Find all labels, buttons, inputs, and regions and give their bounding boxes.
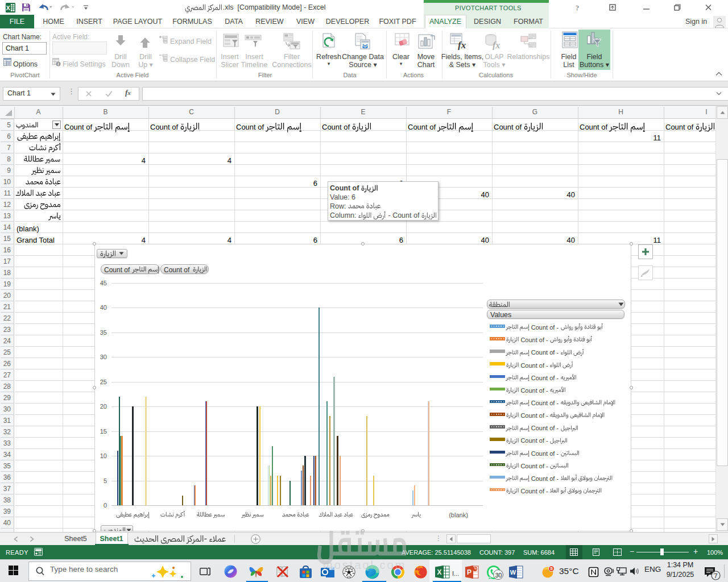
svg-text:i: i [58,62,59,66]
svg-text:X: X [437,568,441,576]
svg-text:P: P [467,568,471,576]
svg-text:5: 5 [550,566,553,571]
svg-text:W: W [510,569,516,576]
svg-text:fx: fx [458,40,466,50]
svg-text:?: ? [576,3,579,12]
svg-text:7: 7 [714,572,717,579]
svg-text:fx: fx [493,40,500,50]
svg-text:X: X [6,5,11,11]
